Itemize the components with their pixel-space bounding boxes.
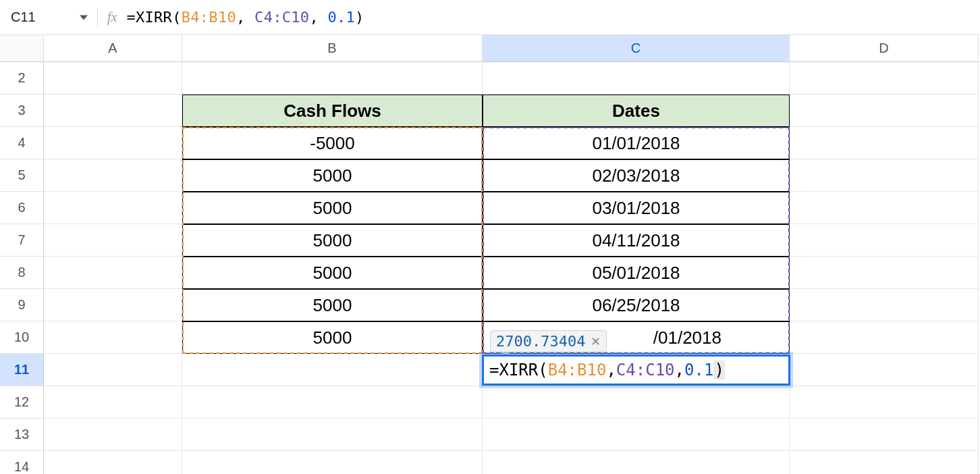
cell-C13[interactable] — [483, 419, 790, 451]
cell-A10[interactable] — [44, 321, 182, 354]
rows-container: 2 3 Cash Flows Dates 4 -5000 01/01/2018 … — [0, 62, 980, 474]
cell-A3[interactable] — [44, 95, 182, 127]
name-box[interactable]: C11 — [5, 7, 93, 28]
cell-A6[interactable] — [44, 192, 182, 224]
cell-A14[interactable] — [44, 451, 182, 474]
cell-A8[interactable] — [44, 257, 182, 289]
cell-A2[interactable] — [44, 62, 182, 95]
close-icon[interactable]: ✕ — [591, 334, 601, 349]
row-header-10[interactable]: 10 — [0, 321, 44, 354]
formula-input[interactable]: =XIRR(B4:B10, C4:C10, 0.1) — [126, 9, 364, 26]
cell-C8[interactable]: 05/01/2018 — [483, 257, 790, 289]
cell-B9[interactable]: 5000 — [182, 289, 483, 321]
row-header-13[interactable]: 13 — [0, 419, 44, 451]
cell-B8[interactable]: 5000 — [182, 257, 483, 289]
cell-A7[interactable] — [44, 224, 182, 257]
cell-D5[interactable] — [790, 159, 979, 192]
cell-B14[interactable] — [182, 451, 483, 474]
dropdown-icon[interactable] — [80, 14, 88, 22]
select-all-corner[interactable] — [0, 35, 44, 62]
cell-B5[interactable]: 5000 — [182, 159, 483, 192]
row-header-2[interactable]: 2 — [0, 62, 44, 95]
active-cell-editor[interactable]: =XIRR(B4:B10, C4:C10, 0.1) — [482, 354, 790, 386]
formula-result-value: 2700.73404 — [496, 333, 585, 350]
cell-A9[interactable] — [44, 289, 182, 321]
cell-A12[interactable] — [44, 386, 182, 419]
name-box-value: C11 — [11, 9, 36, 25]
cell-D11[interactable] — [790, 354, 979, 386]
cell-C7[interactable]: 04/11/2018 — [483, 224, 790, 257]
row-header-3[interactable]: 3 — [0, 95, 44, 127]
cell-C12[interactable] — [483, 386, 790, 419]
cell-B3[interactable]: Cash Flows — [182, 95, 483, 127]
cell-B4[interactable]: -5000 — [182, 127, 483, 159]
cell-A11[interactable] — [44, 354, 182, 386]
cell-D6[interactable] — [790, 192, 979, 224]
col-header-C[interactable]: C — [483, 35, 790, 62]
row-header-6[interactable]: 6 — [0, 192, 44, 224]
fx-icon[interactable]: fx — [107, 9, 117, 25]
cell-A13[interactable] — [44, 419, 182, 451]
cell-D3[interactable] — [790, 95, 979, 127]
cell-D10[interactable] — [790, 321, 979, 354]
cell-D8[interactable] — [790, 257, 979, 289]
cell-B7[interactable]: 5000 — [182, 224, 483, 257]
formula-range2: C4:C10 — [254, 9, 309, 26]
cell-C4[interactable]: 01/01/2018 — [483, 127, 790, 159]
spreadsheet-grid[interactable]: A B C D 2 3 Cash Flows Dates 4 -5000 01/… — [0, 35, 980, 474]
cell-D7[interactable] — [790, 224, 979, 257]
cell-B10[interactable]: 5000 — [182, 321, 483, 354]
formula-eq: = — [126, 9, 136, 26]
formula-result-tooltip: 2700.73404 ✕ — [490, 330, 607, 352]
col-header-B[interactable]: B — [182, 35, 483, 62]
row-header-12[interactable]: 12 — [0, 386, 44, 419]
row-header-5[interactable]: 5 — [0, 159, 44, 192]
cell-B11[interactable] — [182, 354, 483, 386]
cell-D14[interactable] — [790, 451, 979, 474]
cell-C2[interactable] — [483, 62, 790, 95]
cell-D2[interactable] — [790, 62, 979, 95]
cell-A4[interactable] — [44, 127, 182, 159]
row-header-9[interactable]: 9 — [0, 289, 44, 321]
cell-C14[interactable] — [483, 451, 790, 474]
cell-B12[interactable] — [182, 386, 483, 419]
cell-B13[interactable] — [182, 419, 483, 451]
row-header-8[interactable]: 8 — [0, 257, 44, 289]
column-headers: A B C D — [0, 35, 980, 62]
cell-A5[interactable] — [44, 159, 182, 192]
cell-D12[interactable] — [790, 386, 979, 419]
cell-D13[interactable] — [790, 419, 979, 451]
cell-D4[interactable] — [790, 127, 979, 159]
col-header-A[interactable]: A — [44, 35, 182, 62]
row-header-7[interactable]: 7 — [0, 224, 44, 257]
formula-bar: C11 fx =XIRR(B4:B10, C4:C10, 0.1) — [0, 0, 980, 35]
cell-C3[interactable]: Dates — [483, 95, 790, 127]
cell-C6[interactable]: 03/01/2018 — [483, 192, 790, 224]
col-header-D[interactable]: D — [790, 35, 979, 62]
cell-C5[interactable]: 02/03/2018 — [483, 159, 790, 192]
row-header-11[interactable]: 11 — [0, 354, 44, 386]
cell-B2[interactable] — [182, 62, 483, 95]
cell-B6[interactable]: 5000 — [182, 192, 483, 224]
row-header-4[interactable]: 4 — [0, 127, 44, 159]
cell-C9[interactable]: 06/25/2018 — [483, 289, 790, 321]
formula-range1: B4:B10 — [182, 9, 236, 26]
cell-D9[interactable] — [790, 289, 979, 321]
row-header-14[interactable]: 14 — [0, 451, 44, 474]
formula-guess: 0.1 — [327, 9, 355, 26]
separator — [97, 8, 98, 27]
formula-fn: XIRR — [136, 9, 172, 26]
